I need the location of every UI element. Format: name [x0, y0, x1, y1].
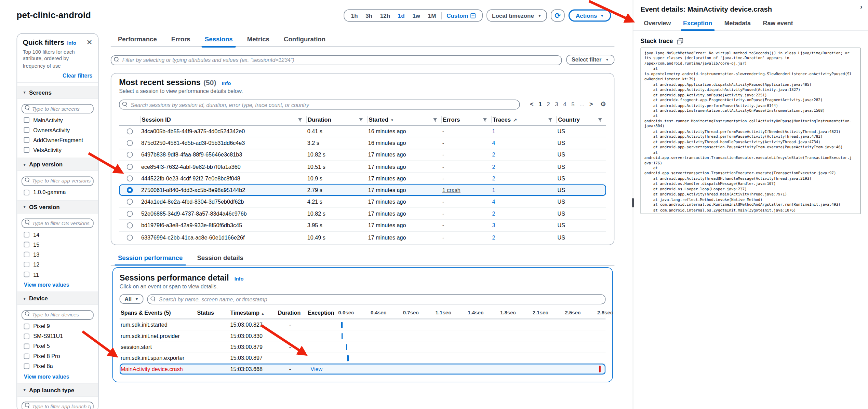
tab-session-details[interactable]: Session details: [190, 252, 251, 265]
info-link[interactable]: Info: [222, 81, 231, 86]
performance-search-input[interactable]: [147, 295, 605, 304]
event-tab-exception[interactable]: Exception: [677, 18, 718, 30]
collapse-panel-icon[interactable]: ›: [860, 2, 863, 10]
view-more-values-link[interactable]: View more values: [17, 280, 98, 289]
gear-icon[interactable]: ⚙: [600, 100, 606, 108]
page-4[interactable]: 4: [563, 101, 566, 107]
tab-sessions[interactable]: Sessions: [198, 33, 240, 46]
column-header-started[interactable]: Started▼: [367, 116, 441, 123]
filter-option-sm-s911u1[interactable]: SM-S911U1: [17, 331, 98, 341]
actions-button[interactable]: Actions ▼: [569, 10, 611, 22]
session-row[interactable]: 63376994-c2bb-41ca-ac8e-60e1d166e26f10.4…: [119, 232, 606, 243]
column-header-errors[interactable]: Errors: [441, 116, 491, 123]
filter-section-device[interactable]: ▼Device: [17, 292, 98, 305]
filter-option-addownerfragment[interactable]: AddOwnerFragment: [17, 135, 98, 145]
session-row[interactable]: 444522fb-0e23-4cdf-92f2-7e0e8bc8f04810.9…: [119, 173, 606, 184]
filter-option-13[interactable]: 13: [17, 250, 98, 260]
checkbox[interactable]: [24, 232, 29, 237]
column-header-session-id[interactable]: Session ID: [140, 116, 306, 123]
session-radio[interactable]: [126, 175, 133, 181]
stack-trace-box[interactable]: java.lang.NoSuchMethodError: No virtual …: [640, 47, 860, 214]
filter-option-pixel-8a[interactable]: Pixel 8a: [17, 361, 98, 371]
session-radio[interactable]: [126, 187, 133, 193]
session-row[interactable]: 34ca005b-4b55-44f9-a375-4d0c524342e00.41…: [119, 126, 606, 137]
filter-option-1-0-0-gamma[interactable]: 1.0.0-gamma: [17, 188, 98, 197]
filter-section-app-launch-type[interactable]: ▼App launch type: [17, 383, 98, 397]
trace-count-link[interactable]: 4: [492, 199, 495, 205]
checkbox[interactable]: [24, 353, 29, 359]
column-header-duration[interactable]: Duration: [306, 116, 367, 123]
info-link[interactable]: Info: [235, 276, 244, 282]
tab-session-performance[interactable]: Session performance: [111, 252, 190, 265]
checkbox[interactable]: [24, 272, 29, 277]
time-range-1h[interactable]: 1h: [347, 12, 362, 19]
trace-count-link[interactable]: 2: [492, 152, 495, 158]
filter-option-15[interactable]: 15: [17, 240, 98, 250]
session-row[interactable]: ece854f3-7632-4abf-9e82-bb7f0fa1a36010.5…: [119, 161, 606, 173]
next-page-button[interactable]: >: [589, 101, 593, 107]
time-range-3h[interactable]: 3h: [362, 12, 376, 19]
session-row[interactable]: 6497b838-9df8-4faa-88f9-65646e3c81b310.8…: [119, 149, 606, 161]
checkbox[interactable]: [24, 262, 29, 267]
filter-section-screens[interactable]: ▼Screens: [17, 86, 98, 99]
session-row[interactable]: 2d4a1ed4-8e2a-4fbd-8304-3d75eb0df62b4.21…: [119, 196, 606, 208]
previous-page-button[interactable]: <: [530, 101, 533, 107]
attribute-filter-input[interactable]: [111, 55, 562, 65]
tab-performance[interactable]: Performance: [111, 33, 164, 46]
info-link[interactable]: Info: [67, 40, 76, 46]
trace-count-link[interactable]: 2: [492, 175, 495, 181]
session-radio[interactable]: [126, 234, 133, 241]
event-tab-raw-event[interactable]: Raw event: [757, 18, 799, 30]
checkbox[interactable]: [24, 190, 29, 195]
trace-count-link[interactable]: 1: [492, 187, 495, 193]
checkbox[interactable]: [24, 252, 29, 257]
checkbox[interactable]: [24, 324, 29, 329]
checkbox[interactable]: [24, 242, 29, 247]
span-row-crash[interactable]: MainActivity device.crash15:03:03.668-Vi…: [120, 364, 606, 376]
clear-filters-link[interactable]: Clear filters: [17, 69, 98, 82]
filter-option-ownersactivity[interactable]: OwnersActivity: [17, 125, 98, 135]
span-row[interactable]: session.start15:03:00.879-: [120, 342, 606, 353]
copy-icon[interactable]: [677, 38, 683, 44]
panel-resize-handle[interactable]: [632, 198, 634, 208]
page-5[interactable]: 5: [571, 101, 574, 107]
filter-option-12[interactable]: 12: [17, 260, 98, 270]
checkbox[interactable]: [24, 118, 29, 123]
tab-errors[interactable]: Errors: [164, 33, 198, 46]
filter-option-14[interactable]: 14: [17, 230, 98, 240]
event-type-filter-dropdown[interactable]: All ▼: [120, 295, 144, 304]
checkbox[interactable]: [24, 363, 29, 369]
filter-option-pixel-5[interactable]: Pixel 5: [17, 341, 98, 351]
event-tab-metadata[interactable]: Metadata: [718, 18, 757, 30]
page-2[interactable]: 2: [547, 101, 550, 107]
filter-option-mainactivity[interactable]: MainActivity: [17, 115, 98, 125]
app-launch-type-filter-input[interactable]: [22, 402, 93, 409]
checkbox[interactable]: [24, 127, 29, 133]
view-exception-link[interactable]: View: [310, 366, 322, 372]
checkbox[interactable]: [24, 343, 29, 349]
session-radio[interactable]: [126, 222, 133, 229]
session-row[interactable]: 2750061f-a840-4dd3-ac5b-8e98a95144b22.79…: [119, 185, 606, 196]
session-row[interactable]: bd1979f6-a3e8-42a9-933e-8f50f6db3c453.95…: [119, 220, 606, 231]
time-range-custom[interactable]: Custom: [443, 12, 479, 19]
tab-configuration[interactable]: Configuration: [277, 33, 333, 46]
event-tab-overview[interactable]: Overview: [638, 18, 677, 30]
checkbox[interactable]: [24, 147, 29, 153]
filter-section-app-version[interactable]: ▼App version: [17, 158, 98, 171]
time-range-12h[interactable]: 12h: [376, 12, 394, 19]
filter-section-os-version[interactable]: ▼OS version: [17, 200, 98, 214]
screens-filter-input[interactable]: [22, 104, 93, 114]
trace-count-link[interactable]: 4: [492, 140, 495, 146]
time-range-1m[interactable]: 1M: [424, 12, 440, 19]
session-row[interactable]: 875c0250-4581-4d5b-ad3f-05b31dd6c4e33.2 …: [119, 137, 606, 149]
device-filter-input[interactable]: [22, 310, 93, 320]
filter-option-pixel-8-pro[interactable]: Pixel 8 Pro: [17, 351, 98, 361]
checkbox[interactable]: [24, 137, 29, 143]
time-range-1w[interactable]: 1w: [409, 12, 424, 19]
trace-count-link[interactable]: 2: [492, 164, 495, 170]
trace-count-link[interactable]: 2: [492, 210, 495, 217]
session-radio[interactable]: [126, 140, 133, 146]
sessions-search-input[interactable]: [119, 99, 520, 109]
error-crash-link[interactable]: 1 crash: [442, 187, 460, 193]
trace-count-link[interactable]: 1: [492, 128, 495, 134]
